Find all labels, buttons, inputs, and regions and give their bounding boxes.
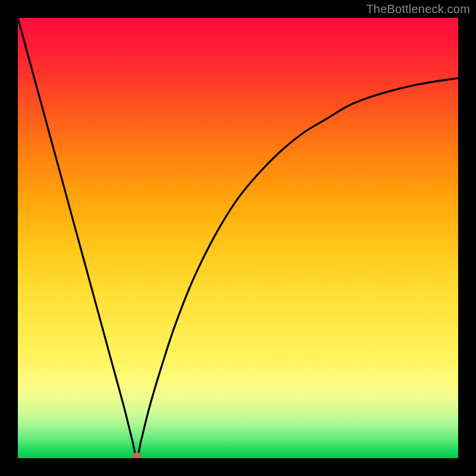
chart-frame: TheBottleneck.com (0, 0, 476, 476)
watermark-text: TheBottleneck.com (366, 2, 470, 16)
bottleneck-curve (18, 18, 458, 458)
curve-path (18, 18, 458, 458)
minimum-marker (132, 452, 142, 458)
plot-area (18, 18, 458, 458)
